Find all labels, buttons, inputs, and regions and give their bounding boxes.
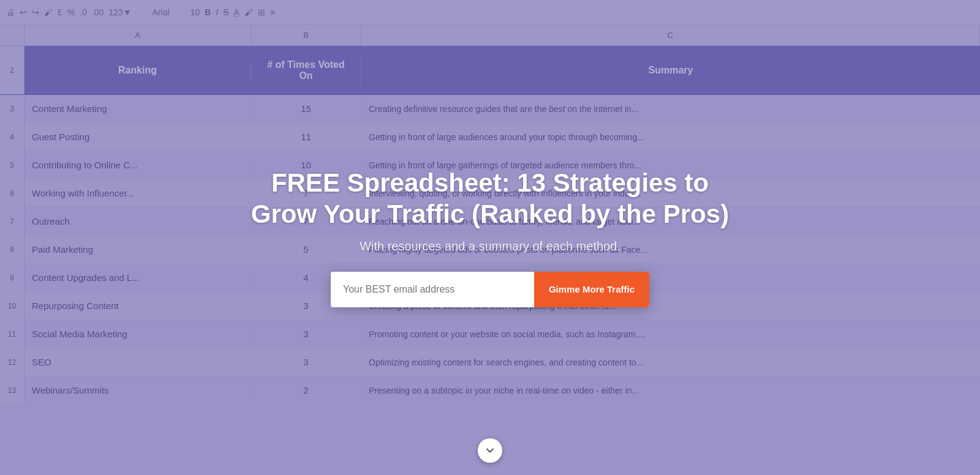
chevron-down-icon: [484, 444, 496, 457]
overlay-subtitle: With resources and a summary of each met…: [360, 239, 620, 253]
submit-button[interactable]: Gimme More Traffic: [534, 272, 649, 307]
overlay-title: FREE Spreadsheet: 13 Strategies to Grow …: [245, 168, 735, 230]
scroll-down-button[interactable]: [478, 438, 502, 463]
email-form: Gimme More Traffic: [331, 272, 649, 307]
email-input[interactable]: [331, 272, 534, 307]
modal-overlay: FREE Spreadsheet: 13 Strategies to Grow …: [0, 0, 980, 475]
